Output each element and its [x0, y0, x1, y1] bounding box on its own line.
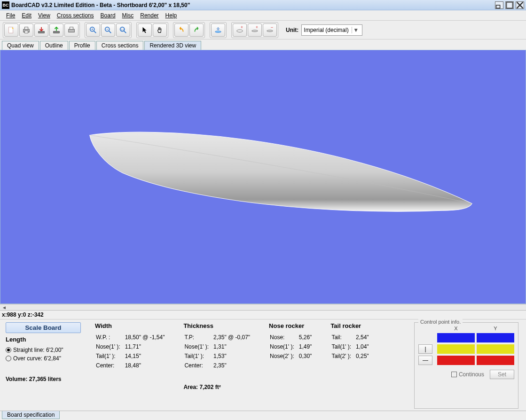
control-point-panel: Control point info. X Y | — Continous Se… [414, 322, 518, 409]
tab-rendered-3d[interactable]: Rendered 3D view [144, 41, 201, 50]
cp-hbar-button[interactable]: — [418, 356, 432, 365]
cp-legend: Control point info. [418, 319, 463, 325]
new-button[interactable] [4, 23, 18, 37]
redo-button[interactable] [189, 23, 204, 37]
menu-file[interactable]: File [3, 11, 18, 20]
viewport-3d[interactable] [0, 50, 526, 304]
add-section-button[interactable]: + [233, 23, 247, 37]
cp-y-header: Y [477, 326, 514, 331]
window-title: BoardCAD v3.2 Limited Edition - Beta - S… [11, 2, 495, 8]
tab-board-spec[interactable]: Board specification [2, 411, 60, 419]
menu-bar: File Edit View Cross sections Board Misc… [0, 10, 526, 21]
menu-cross-sections[interactable]: Cross sections [54, 11, 97, 20]
svg-rect-1 [507, 2, 513, 8]
width-table: W.P. :18,50" @ -1,54" Nose(1' ):11,71" T… [95, 332, 169, 371]
scroll-bar[interactable]: ◄ [0, 304, 526, 311]
zoom-in-button[interactable] [86, 23, 100, 37]
cp-y-yellow[interactable] [477, 344, 514, 354]
thickness-table: T.P:2,35" @ -0,07" Nose(1' ):1,31" Tail(… [183, 332, 255, 371]
cp-y-red[interactable] [477, 356, 514, 365]
unit-label: Unit: [286, 27, 298, 33]
tail-table: Tail:2,54" Tail(1' ):1,04" Tail(2' ):0,2… [330, 332, 373, 361]
cp-x-blue[interactable] [437, 333, 475, 342]
menu-help[interactable]: Help [162, 11, 181, 20]
cp-x-header: X [437, 326, 475, 331]
close-button[interactable] [516, 1, 524, 9]
svg-rect-11 [69, 29, 75, 32]
svg-text:+: + [241, 26, 243, 30]
tab-quad-view[interactable]: Quad view [2, 41, 39, 50]
tab-outline[interactable]: Outline [40, 41, 68, 50]
svg-rect-0 [496, 5, 500, 8]
svg-text:−: − [271, 26, 273, 30]
zoom-fit-button[interactable]: 1:1 [116, 23, 130, 37]
svg-point-27 [252, 30, 258, 32]
unit-combo[interactable]: Imperial (decimal) ▼ [301, 24, 362, 36]
cp-vbar-button[interactable]: | [418, 344, 432, 354]
svg-text:1:1: 1:1 [121, 28, 125, 31]
scale-board-button[interactable]: Scale Board [6, 322, 81, 333]
nose-header: Nose rocker [269, 322, 316, 329]
tail-header: Tail rocker [330, 322, 373, 329]
arrow-left-icon: ◄ [2, 305, 7, 310]
minimize-button[interactable] [495, 1, 503, 9]
length-header: Length [6, 336, 81, 343]
svg-rect-7 [24, 27, 28, 29]
radio-icon [6, 347, 11, 353]
thickness-header: Thickness [183, 322, 255, 329]
menu-view[interactable]: View [35, 11, 54, 20]
unit-value: Imperial (decimal) [304, 27, 348, 33]
zoom-out-button[interactable] [101, 23, 115, 37]
nose-table: Nose:5,26" Nose(1' ):1,49" Nose(2' ):0,3… [269, 332, 316, 361]
radio-icon [6, 356, 11, 361]
svg-marker-23 [143, 27, 147, 33]
chevron-down-icon: ▼ [352, 27, 360, 33]
width-header: Width [95, 322, 169, 329]
add-profile-button[interactable]: + [248, 23, 262, 37]
cp-x-red[interactable] [437, 356, 475, 365]
title-bar: BC BoardCAD v3.2 Limited Edition - Beta … [0, 0, 526, 10]
app-icon: BC [2, 1, 9, 9]
menu-edit[interactable]: Edit [18, 11, 35, 20]
continuous-checkbox[interactable]: Continous [451, 371, 484, 378]
area-value: Area: 7,202 ft² [183, 384, 255, 390]
view-tabs: Quad view Outline Profile Cross sections… [0, 39, 526, 50]
radio-over-curve[interactable]: Over curve: 6'2,84" [6, 355, 81, 362]
volume-value: Volume: 27,365 liters [6, 376, 81, 382]
flip-button[interactable] [211, 23, 225, 37]
pan-button[interactable] [153, 23, 167, 37]
undo-button[interactable] [174, 23, 188, 37]
pointer-button[interactable] [138, 23, 152, 37]
coords-readout: x:988 y:0 z:-342 [0, 311, 526, 319]
set-button[interactable]: Set [490, 370, 514, 379]
radio-straight-line[interactable]: Straight line: 6'2,00" [6, 347, 81, 353]
svg-point-25 [237, 30, 243, 32]
svg-line-14 [94, 31, 96, 33]
svg-text:+: + [256, 26, 258, 30]
svg-line-18 [109, 31, 111, 33]
svg-rect-8 [24, 31, 28, 33]
print-spec-button[interactable] [64, 23, 79, 37]
checkbox-icon [451, 372, 457, 377]
spec-panel: Scale Board Length Straight line: 6'2,00… [0, 319, 526, 411]
save-button[interactable] [49, 23, 63, 37]
tab-cross-sections[interactable]: Cross sections [96, 41, 144, 50]
svg-point-29 [267, 30, 273, 32]
menu-render[interactable]: Render [137, 11, 162, 20]
bottom-tabs: Board specification [0, 411, 526, 420]
print-button[interactable] [19, 23, 33, 37]
cp-y-blue[interactable] [477, 333, 514, 342]
remove-section-button[interactable]: − [263, 23, 277, 37]
cp-x-yellow[interactable] [437, 344, 475, 354]
svg-point-24 [215, 31, 221, 32]
toolbar: 1:1 + + − Unit: Imperial (decimal) ▼ [0, 21, 526, 39]
menu-misc[interactable]: Misc [119, 11, 137, 20]
maximize-button[interactable] [505, 1, 514, 9]
tab-profile[interactable]: Profile [69, 41, 95, 50]
menu-board[interactable]: Board [97, 11, 119, 20]
svg-rect-10 [54, 31, 60, 33]
svg-line-21 [124, 31, 126, 33]
svg-rect-12 [70, 27, 73, 29]
open-button[interactable] [34, 23, 48, 37]
svg-rect-9 [39, 31, 45, 33]
